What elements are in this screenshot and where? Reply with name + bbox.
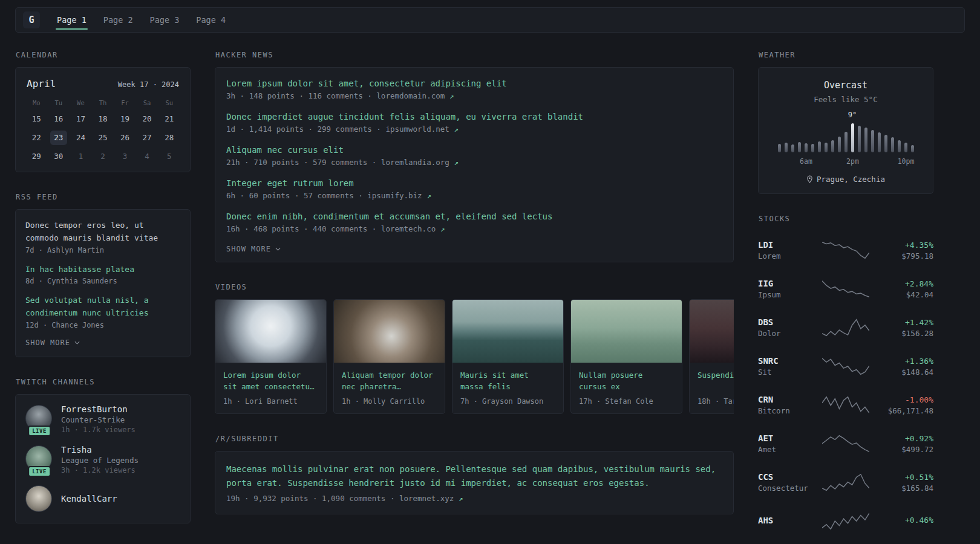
live-badge: LIVE bbox=[28, 466, 51, 477]
twitch-channel-info: KendallCarr bbox=[61, 494, 117, 505]
twitch-widget: TWITCH CHANNELS LIVE ForrestBurton Count… bbox=[15, 378, 191, 523]
video-title[interactable]: Suspendisse diam bbox=[697, 369, 734, 393]
stock-change: +4.35% bbox=[869, 241, 933, 250]
external-link-icon[interactable]: ↗ bbox=[459, 494, 463, 503]
stocks-widget: STOCKS LDI Lorem +4.35% $795.18 IIG bbox=[758, 215, 933, 540]
hacker-news-card: Lorem ipsum dolor sit amet, consectetur … bbox=[215, 67, 734, 262]
stock-row[interactable]: CCS Consectetur +0.51% $165.84 bbox=[758, 463, 933, 502]
rss-item-title[interactable]: Sed volutpat nulla nisl, a condimentum n… bbox=[25, 294, 180, 320]
video-card[interactable]: Nullam posuere cursus ex 17h · Stefan Co… bbox=[570, 299, 682, 414]
calendar-week-label: Week 17 · 2024 bbox=[118, 80, 179, 89]
calendar-card: April Week 17 · 2024 Mo Tu We Th Fr Sa S… bbox=[15, 67, 191, 172]
calendar-month: April bbox=[27, 78, 56, 89]
temp-bar bbox=[831, 122, 834, 152]
video-card[interactable]: Aliquam tempor dolor nec pharetra… 1h · … bbox=[333, 299, 445, 414]
tab-page-1[interactable]: Page 1 bbox=[48, 8, 95, 32]
rss-item-title[interactable]: In hac habitasse platea bbox=[25, 264, 180, 276]
stock-row[interactable]: AET Amet +0.92% $499.72 bbox=[758, 424, 933, 463]
external-link-icon[interactable]: ↗ bbox=[454, 125, 459, 134]
stock-price: $42.04 bbox=[869, 290, 933, 299]
hn-item-title[interactable]: Integer eget rutrum lorem bbox=[226, 178, 722, 188]
external-link-icon[interactable]: ↗ bbox=[426, 191, 431, 200]
hacker-news-widget: HACKER NEWS Lorem ipsum dolor sit amet, … bbox=[215, 51, 734, 262]
right-column: WEATHER Overcast Feels like 5°C 9° 6am2p… bbox=[758, 51, 933, 544]
video-title[interactable]: Aliquam tempor dolor nec pharetra… bbox=[342, 369, 437, 393]
twitch-channel-info: ForrestBurton Counter-Strike 1h · 1.7k v… bbox=[61, 404, 136, 434]
twitch-avatar: LIVE bbox=[25, 445, 53, 473]
stock-name: Bitcorn bbox=[758, 406, 822, 415]
stock-id: DBS Dolor bbox=[758, 317, 822, 338]
video-card[interactable]: Lorem ipsum dolor sit amet consectetu… 1… bbox=[215, 299, 327, 414]
video-thumbnail[interactable] bbox=[334, 300, 445, 363]
calendar-top-row: April Week 17 · 2024 bbox=[25, 77, 180, 89]
peak-temp-label: 9° bbox=[848, 111, 857, 119]
tab-page-4[interactable]: Page 4 bbox=[188, 8, 234, 32]
hn-item-title[interactable]: Lorem ipsum dolor sit amet, consectetur … bbox=[226, 79, 722, 88]
temp-bar bbox=[898, 122, 901, 152]
external-link-icon[interactable]: ↗ bbox=[440, 224, 445, 233]
hn-show-more-button[interactable]: SHOW MORE bbox=[226, 245, 722, 253]
page-tabs: Page 1 Page 2 Page 3 Page 4 bbox=[48, 8, 234, 32]
twitch-channel-name[interactable]: ForrestBurton bbox=[61, 404, 136, 414]
subreddit-meta-text: 19h · 9,932 points · 1,090 comments · lo… bbox=[226, 494, 454, 503]
subreddit-header: /R/SUBREDDIT bbox=[215, 435, 734, 443]
video-thumbnail[interactable] bbox=[452, 300, 563, 363]
stock-row[interactable]: CRN Bitcorn -1.00% $66,171.48 bbox=[758, 386, 933, 424]
video-thumbnail[interactable] bbox=[690, 300, 734, 363]
hn-item-meta: 16h · 468 points · 440 comments · loremt… bbox=[226, 224, 722, 233]
temp-bar bbox=[871, 122, 874, 152]
stock-row[interactable]: IIG Ipsum +2.84% $42.04 bbox=[758, 270, 933, 308]
hourly-temp-bars: 9° bbox=[771, 122, 921, 152]
avatar bbox=[25, 485, 52, 512]
stock-row[interactable]: AHS +0.46% bbox=[758, 502, 933, 540]
rss-show-more-button[interactable]: SHOW MORE bbox=[25, 338, 180, 347]
stock-id: SNRC Sit bbox=[758, 356, 822, 377]
hn-item-title[interactable]: Donec enim nibh, condimentum et accumsan… bbox=[226, 212, 722, 221]
temp-bar bbox=[911, 122, 914, 152]
twitch-channel[interactable]: KendallCarr bbox=[25, 485, 180, 513]
calendar-day-next-month: 2 bbox=[92, 147, 114, 166]
video-card-body: Aliquam tempor dolor nec pharetra… 1h · … bbox=[334, 363, 445, 413]
calendar-day: 27 bbox=[136, 128, 158, 147]
stock-change: +0.92% bbox=[869, 434, 933, 443]
twitch-channel-name[interactable]: Trisha bbox=[61, 445, 139, 455]
twitch-channel[interactable]: LIVE Trisha League of Legends 3h · 1.2k … bbox=[25, 445, 180, 474]
stock-change: +0.51% bbox=[869, 473, 933, 482]
hour-label: 2pm bbox=[846, 157, 859, 166]
calendar-day: 29 bbox=[25, 147, 48, 166]
calendar-day-next-month: 3 bbox=[114, 147, 136, 166]
video-title[interactable]: Lorem ipsum dolor sit amet consectetu… bbox=[223, 369, 318, 393]
video-thumbnail[interactable] bbox=[215, 300, 326, 363]
video-title[interactable]: Mauris sit amet massa felis bbox=[460, 369, 555, 393]
rss-item-meta: 8d · Cynthia Saunders bbox=[25, 277, 180, 285]
stock-name: Ipsum bbox=[758, 290, 822, 299]
video-title[interactable]: Nullam posuere cursus ex bbox=[579, 369, 674, 393]
hn-item-title[interactable]: Donec imperdiet augue tincidunt felis al… bbox=[226, 112, 722, 121]
weekday-label: Fr bbox=[114, 99, 136, 106]
twitch-meta: 3h · 1.2k viewers bbox=[61, 466, 139, 474]
rss-item-title[interactable]: Donec tempor eros leo, ut commodo mauris… bbox=[25, 219, 180, 245]
tab-page-2[interactable]: Page 2 bbox=[95, 8, 142, 32]
video-card[interactable]: Suspendisse diam 18h · Tara bbox=[689, 299, 734, 414]
stock-row[interactable]: DBS Dolor +1.42% $156.28 bbox=[758, 308, 933, 347]
stock-sparkline bbox=[822, 240, 869, 261]
video-card[interactable]: Mauris sit amet massa felis 7h · Grayson… bbox=[452, 299, 564, 414]
app-logo: G bbox=[23, 11, 40, 28]
stock-row[interactable]: SNRC Sit +1.36% $148.64 bbox=[758, 347, 933, 386]
weekday-label: Tu bbox=[48, 99, 70, 106]
left-column: CALENDAR April Week 17 · 2024 Mo Tu We T… bbox=[15, 51, 191, 544]
tab-page-3[interactable]: Page 3 bbox=[142, 8, 188, 32]
external-link-icon[interactable]: ↗ bbox=[454, 158, 459, 167]
stock-row[interactable]: LDI Lorem +4.35% $795.18 bbox=[758, 231, 933, 270]
twitch-channel-name[interactable]: KendallCarr bbox=[61, 494, 117, 504]
hn-item-title[interactable]: Aliquam nec cursus elit bbox=[226, 145, 722, 155]
show-more-label: SHOW MORE bbox=[226, 245, 271, 253]
stock-symbol: IIG bbox=[758, 279, 822, 288]
stock-id: CCS Consectetur bbox=[758, 472, 822, 493]
subreddit-post-title[interactable]: Maecenas mollis pulvinar erat non posuer… bbox=[226, 462, 722, 490]
temp-bar bbox=[805, 122, 808, 152]
external-link-icon[interactable]: ↗ bbox=[449, 91, 454, 100]
video-thumbnail[interactable] bbox=[571, 300, 682, 363]
twitch-channel[interactable]: LIVE ForrestBurton Counter-Strike 1h · 1… bbox=[25, 404, 180, 434]
calendar-day: 26 bbox=[114, 128, 136, 147]
